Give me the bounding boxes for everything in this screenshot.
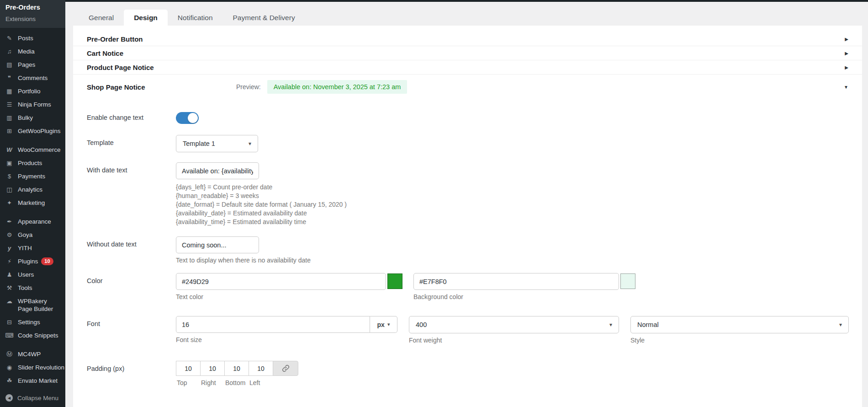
leaf-icon: ☘ xyxy=(5,377,14,385)
tab-general[interactable]: General xyxy=(79,10,124,26)
padding-top-input[interactable] xyxy=(176,361,201,376)
sidebar-item-slider-revolution[interactable]: ◉Slider Revolution xyxy=(0,361,65,374)
link-values-button[interactable] xyxy=(273,361,298,376)
sidebar-item-payments[interactable]: $Payments xyxy=(0,170,65,183)
sidebar-item-comments[interactable]: ❞Comments xyxy=(0,71,65,85)
sidebar-item-media[interactable]: ♫Media xyxy=(0,45,65,58)
chevron-right-icon: ▶ xyxy=(845,37,848,42)
sidebar-item-appearance[interactable]: ✒Appearance xyxy=(0,215,65,228)
enable-change-text-label: Enable change text xyxy=(87,112,176,121)
sliders-icon: ⊟ xyxy=(5,318,14,326)
font-style-select[interactable]: Normal ▾ xyxy=(630,316,849,333)
design-settings-panel: Pre-Order Button ▶ Cart Notice ▶ Product… xyxy=(73,26,862,407)
sidebar-item-envato-market[interactable]: ☘Envato Market xyxy=(0,374,65,387)
brush-icon: ✒ xyxy=(5,218,14,225)
font-unit-value: px xyxy=(377,321,385,328)
sidebar-item-wpbakery-page-builder[interactable]: ☁WPBakery Page Builder xyxy=(0,295,65,316)
sidebar-item-posts[interactable]: ✎Posts xyxy=(0,32,65,45)
color-label: Color xyxy=(87,273,176,284)
accordion-shop-page-notice[interactable]: Shop Page Notice Preview: Available on: … xyxy=(73,75,862,99)
current-plugin-menu: Pre-Orders Extensions xyxy=(0,0,65,28)
chevron-right-icon: ▶ xyxy=(845,51,848,56)
sidebar-item-code-snippets[interactable]: ⌨Code Snippets xyxy=(0,329,65,342)
bar-chart-icon: ◫ xyxy=(5,186,14,193)
font-style-help: Style xyxy=(630,337,849,344)
accordion-cart-notice[interactable]: Cart Notice ▶ xyxy=(73,46,862,60)
plugin-box-icon: ⊞ xyxy=(5,127,14,135)
sidebar-nav: ✎Posts ♫Media ▤Pages ❞Comments ▦Portfoli… xyxy=(0,28,65,387)
plugins-update-badge: 10 xyxy=(41,257,53,265)
sidebar-item-users[interactable]: ♟Users xyxy=(0,268,65,281)
background-color-swatch[interactable] xyxy=(620,273,635,289)
background-color-input[interactable] xyxy=(413,273,619,290)
collapse-menu-button[interactable]: ◀ Collapse Menu xyxy=(0,391,65,404)
box-icon: ▣ xyxy=(5,159,14,167)
toggle-knob xyxy=(188,113,198,123)
eye-icon: ◉ xyxy=(5,364,14,371)
caret-down-icon: ▾ xyxy=(609,321,612,328)
text-color-swatch[interactable] xyxy=(387,273,402,289)
accordion-pre-order-button[interactable]: Pre-Order Button ▶ xyxy=(73,32,862,46)
padding-left-input[interactable] xyxy=(249,361,273,376)
tab-design[interactable]: Design xyxy=(124,10,168,26)
font-style-value: Normal xyxy=(637,321,659,328)
document-icon: ▥ xyxy=(5,114,14,122)
enable-change-text-toggle[interactable] xyxy=(176,112,199,124)
sidebar-item-tools[interactable]: ⚒Tools xyxy=(0,281,65,295)
sidebar-item-ninja-forms[interactable]: ☰Ninja Forms xyxy=(0,98,65,111)
document-stack-icon: ▤ xyxy=(5,61,14,69)
grid-icon: ▦ xyxy=(5,87,14,95)
chevron-right-icon: ▶ xyxy=(845,65,848,70)
sidebar-item-plugins[interactable]: ⚡Plugins10 xyxy=(0,255,65,268)
sidebar-item-yith[interactable]: yYITH xyxy=(0,241,65,255)
template-label: Template xyxy=(87,135,176,146)
sidebar-item-pages[interactable]: ▤Pages xyxy=(0,58,65,71)
tab-payment-delivery[interactable]: Payment & Delivery xyxy=(223,10,305,26)
template-select-value: Template 1 xyxy=(183,140,215,147)
sidebar-item-products[interactable]: ▣Products xyxy=(0,156,65,170)
with-date-text-input[interactable] xyxy=(176,162,259,179)
chevron-down-icon: ▼ xyxy=(844,85,848,90)
font-weight-value: 400 xyxy=(416,321,427,328)
padding-bottom-input[interactable] xyxy=(224,361,249,376)
sidebar-item-mc4wp[interactable]: ⓂMC4WP xyxy=(0,348,65,361)
accordion-product-page-notice[interactable]: Product Page Notice ▶ xyxy=(73,60,862,75)
user-icon: ♟ xyxy=(5,271,14,278)
padding-right-input[interactable] xyxy=(200,361,225,376)
mailchimp-icon: Ⓜ xyxy=(5,350,14,358)
preview-label: Preview: xyxy=(236,83,261,91)
sidebar-item-woocommerce[interactable]: WWooCommerce xyxy=(0,143,65,156)
without-date-text-label: Without date text xyxy=(87,236,176,248)
font-weight-select[interactable]: 400 ▾ xyxy=(409,316,619,333)
background-color-help: Background color xyxy=(413,293,635,300)
code-icon: ⌨ xyxy=(5,332,14,339)
caret-down-icon: ▾ xyxy=(387,321,390,327)
sidebar-item-getwooplugins[interactable]: ⊞GetWooPlugins xyxy=(0,124,65,138)
font-weight-help: Font weight xyxy=(409,337,619,344)
caret-down-icon: ▾ xyxy=(839,321,842,328)
text-color-input[interactable] xyxy=(176,273,386,290)
sidebar-item-pre-orders[interactable]: Pre-Orders xyxy=(5,4,60,11)
sidebar-item-goya[interactable]: ⚙Goya xyxy=(0,228,65,241)
with-date-text-label: With date text xyxy=(87,162,176,174)
sidebar-item-portfolio[interactable]: ▦Portfolio xyxy=(0,85,65,98)
music-note-icon: ♫ xyxy=(5,48,14,55)
yith-icon: y xyxy=(5,244,14,252)
collapse-menu-label: Collapse Menu xyxy=(17,395,58,402)
sidebar-item-analytics[interactable]: ◫Analytics xyxy=(0,183,65,196)
font-size-help: Font size xyxy=(176,336,397,343)
text-color-help: Text color xyxy=(176,293,402,300)
sidebar-item-bulky[interactable]: ▥Bulky xyxy=(0,111,65,124)
tab-notification[interactable]: Notification xyxy=(168,10,223,26)
font-unit-select[interactable]: px ▾ xyxy=(370,316,397,333)
template-select[interactable]: Template 1 ▾ xyxy=(176,135,258,152)
without-date-text-input[interactable] xyxy=(176,236,259,253)
sidebar-item-settings[interactable]: ⊟Settings xyxy=(0,316,65,329)
padding-label: Padding (px) xyxy=(87,361,176,372)
sidebar-item-marketing[interactable]: ✦Marketing xyxy=(0,196,65,209)
sidebar-item-extensions[interactable]: Extensions xyxy=(5,16,60,22)
font-size-input[interactable] xyxy=(176,316,370,333)
form-lines-icon: ☰ xyxy=(5,101,14,108)
gear-icon: ⚙ xyxy=(5,231,14,239)
pin-icon: ✎ xyxy=(5,34,14,42)
